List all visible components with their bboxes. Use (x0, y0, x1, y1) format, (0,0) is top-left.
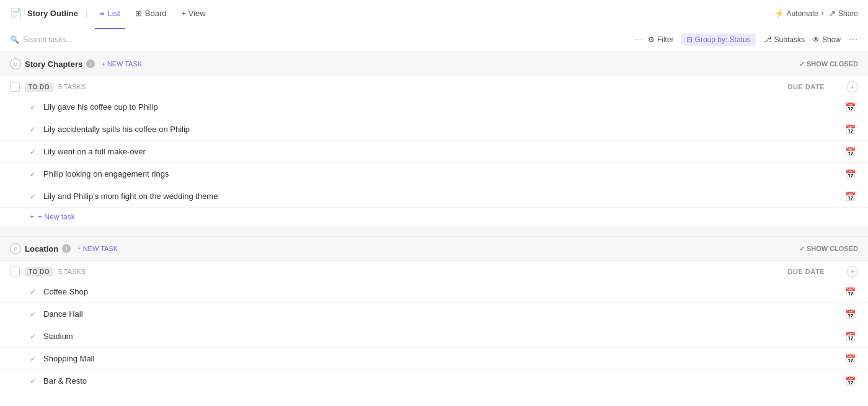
task-name-7[interactable]: Dance Hall (43, 309, 840, 319)
task-row-1: ✓ Lily gave his coffee cup to Philip 📅 (0, 96, 868, 118)
show-closed-story[interactable]: ✓ SHOW CLOSED (799, 60, 858, 68)
check-icon-8: ✓ (30, 332, 36, 341)
task-name-1[interactable]: Lily gave his coffee cup to Philip (43, 102, 840, 112)
check-icon-2: ✓ (30, 125, 36, 134)
automate-btn[interactable]: ⚡ Automate ▾ (774, 9, 824, 18)
list-label: List (108, 9, 120, 18)
task-count-story: 5 TASKS (58, 83, 86, 90)
check-icon-1: ✓ (30, 103, 36, 112)
section-header-story-chapters: ○ Story Chapters i + NEW TASK ✓ SHOW CLO… (0, 52, 868, 76)
new-task-story[interactable]: + NEW TASK (101, 60, 142, 68)
new-task-location[interactable]: + NEW TASK (77, 245, 118, 252)
search-icon: 🔍 (10, 35, 19, 44)
list-icon: ≡ (100, 9, 105, 18)
automate-label: Automate (787, 9, 818, 18)
task-name-5[interactable]: Lily and Philip's mom fight on the weddi… (43, 192, 840, 201)
share-btn[interactable]: ↗ Share (829, 9, 858, 18)
more-dots-btn[interactable]: ··· (635, 34, 643, 45)
app-shell: 📄 Story Outline | ≡ List ⊞ Board + View … (0, 0, 868, 392)
section-location: ○ Location i + NEW TASK ✓ SHOW CLOSED TO… (0, 237, 868, 392)
group-status-location: TO DO (25, 267, 53, 276)
add-col-btn-story[interactable]: + (847, 81, 858, 92)
nav-right: ⚡ Automate ▾ ↗ Share (774, 9, 858, 18)
filter-label: Filter (657, 35, 674, 44)
tab-board[interactable]: ⊞ Board (130, 5, 172, 22)
section-header-location: ○ Location i + NEW TASK ✓ SHOW CLOSED (0, 237, 868, 261)
toolbar-right: ⚙ Filter ⊟ Group by: Status ⎇ Subtasks 👁… (648, 33, 858, 46)
task-row-6: ✓ Coffee Shop 📅 (0, 281, 868, 303)
cal-icon-9[interactable]: 📅 (845, 354, 856, 364)
group-row-location: TO DO 5 TASKS DUE DATE + (0, 261, 868, 281)
info-icon-story[interactable]: i (86, 60, 95, 68)
check-icon-3: ✓ (30, 148, 36, 156)
subtasks-label: Subtasks (774, 35, 805, 44)
project-icon: 📄 (10, 7, 22, 19)
subtasks-btn[interactable]: ⎇ Subtasks (763, 35, 805, 44)
show-closed-label-loc: SHOW CLOSED (807, 245, 858, 252)
group-checkbox-story[interactable] (10, 82, 20, 92)
nav-separator-1: | (86, 9, 87, 18)
filter-btn[interactable]: ⚙ Filter (648, 35, 674, 44)
subtasks-icon: ⎇ (763, 35, 772, 44)
automate-icon: ⚡ (774, 9, 784, 18)
more-options-btn[interactable]: ⋯ (848, 33, 858, 45)
search-placeholder[interactable]: Search tasks... (23, 35, 72, 44)
group-status-story: TO DO (25, 82, 53, 92)
show-closed-location[interactable]: ✓ SHOW CLOSED (799, 245, 858, 253)
task-name-6[interactable]: Coffee Shop (43, 287, 840, 296)
task-name-9[interactable]: Shopping Mall (43, 354, 840, 363)
cal-icon-7[interactable]: 📅 (845, 309, 856, 319)
cal-icon-6[interactable]: 📅 (845, 287, 856, 297)
check-icon-9: ✓ (30, 355, 36, 363)
task-name-10[interactable]: Bar & Resto (43, 376, 840, 386)
task-name-4[interactable]: Philip looking on engagement rings (43, 169, 840, 179)
task-row-10: ✓ Bar & Resto 📅 (0, 370, 868, 392)
show-btn[interactable]: 👁 Show (812, 35, 841, 44)
task-row-3: ✓ Lily went on a full make-over 📅 (0, 141, 868, 163)
show-label: Show (822, 35, 841, 44)
group-checkbox-location[interactable] (10, 267, 20, 276)
cal-icon-10[interactable]: 📅 (845, 376, 856, 386)
task-name-8[interactable]: Stadium (43, 332, 840, 341)
section-name-location: Location (25, 244, 58, 254)
info-icon-location[interactable]: i (62, 244, 71, 253)
group-todo-location: TO DO 5 TASKS DUE DATE + ✓ Coffee Shop 📅… (0, 261, 868, 392)
group-todo-story: TO DO 5 TASKS DUE DATE + ✓ Lily gave his… (0, 76, 868, 227)
group-row-story: TO DO 5 TASKS DUE DATE + (0, 76, 868, 96)
cal-icon-3[interactable]: 📅 (845, 147, 856, 157)
new-task-row-story[interactable]: + + New task (0, 208, 868, 227)
group-by-label: Group by: Status (695, 35, 751, 44)
task-row-5: ✓ Lily and Philip's mom fight on the wed… (0, 185, 868, 208)
cal-icon-8[interactable]: 📅 (845, 332, 856, 342)
tab-list[interactable]: ≡ List (95, 5, 125, 22)
board-icon: ⊞ (135, 9, 142, 18)
section-divider (0, 227, 868, 237)
check-icon-6: ✓ (30, 288, 36, 296)
section-name-story: Story Chapters (25, 60, 82, 69)
collapse-btn-story[interactable]: ○ (10, 58, 21, 69)
check-icon-4: ✓ (30, 170, 36, 179)
filter-icon: ⚙ (648, 35, 655, 44)
cal-icon-2[interactable]: 📅 (845, 125, 856, 135)
task-row-9: ✓ Shopping Mall 📅 (0, 348, 868, 370)
show-closed-label: SHOW CLOSED (807, 60, 858, 68)
cal-icon-4[interactable]: 📅 (845, 169, 856, 179)
collapse-btn-location[interactable]: ○ (10, 243, 21, 254)
due-date-col-story: DUE DATE (788, 83, 825, 90)
task-row-4: ✓ Philip looking on engagement rings 📅 (0, 163, 868, 185)
plus-icon-story: + (30, 213, 34, 221)
check-icon-7: ✓ (30, 310, 36, 319)
task-name-3[interactable]: Lily went on a full make-over (43, 147, 840, 156)
add-col-btn-location[interactable]: + (847, 266, 858, 277)
share-label: Share (838, 9, 858, 18)
task-name-2[interactable]: Lily accidentally spills his coffee on P… (43, 125, 840, 134)
add-view-btn[interactable]: + View (177, 5, 211, 22)
check-icon-5: ✓ (30, 192, 36, 201)
cal-icon-1[interactable]: 📅 (845, 102, 856, 112)
group-by-btn[interactable]: ⊟ Group by: Status (681, 33, 756, 46)
toolbar: 🔍 Search tasks... ··· ⚙ Filter ⊟ Group b… (0, 27, 868, 52)
cal-icon-5[interactable]: 📅 (845, 192, 856, 201)
chevron-down-icon-loc: ○ (14, 245, 18, 252)
task-count-location: 5 TASKS (58, 268, 86, 275)
board-label: Board (145, 9, 167, 18)
